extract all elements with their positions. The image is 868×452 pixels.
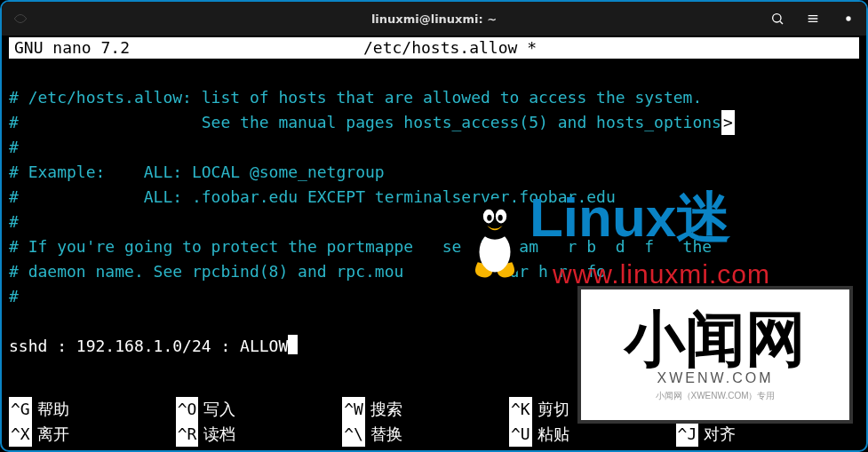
titlebar: linuxmi@linuxmi: ~ [2,2,866,36]
window-title: linuxmi@linuxmi: ~ [371,12,497,26]
nano-app-name: GNU nano 7.2 [9,37,130,59]
comment-line: # [9,287,19,305]
shortcut-replace[interactable]: ^\替换 [342,422,509,447]
search-icon[interactable] [770,12,784,26]
overflow-indicator: > [721,110,735,135]
minimize-icon[interactable] [841,12,856,26]
file-content[interactable]: # /etc/hosts.allow: list of hosts that a… [2,60,866,384]
nano-file-name: /etc/hosts.allow * [130,37,859,59]
shortcut-row: ^G帮助 ^O写入 ^W搜索 ^K剪切 ^T执行命令 [9,397,859,422]
shortcut-row: ^X离开 ^R读档 ^\替换 ^U粘贴 ^J对齐 [9,422,859,447]
comment-line: # /etc/hosts.allow: list of hosts that a… [9,88,702,107]
shortcut-read[interactable]: ^R读档 [176,422,343,447]
shortcut-execute[interactable]: ^T执行命令 [676,397,859,422]
shortcut-writeout[interactable]: ^O写入 [176,397,343,422]
config-rule: sshd : 192.168.1.0/24 : ALLOW [9,337,288,355]
comment-line: # Example: ALL: LOCAL @some_netgroup [9,163,385,181]
shortcut-search[interactable]: ^W搜索 [342,397,509,422]
svg-point-5 [846,16,850,20]
cursor [288,335,298,354]
nano-shortcuts: ^G帮助 ^O写入 ^W搜索 ^K剪切 ^T执行命令 ^X离开 ^R读档 ^\替… [9,397,859,447]
comment-line: # daemon name. See rpcbind(8) and rpc.mo… [9,262,606,281]
shortcut-justify[interactable]: ^J对齐 [676,422,859,447]
shortcut-exit[interactable]: ^X离开 [9,422,176,447]
comment-line: # [9,138,19,156]
comment-line: # ALL: .foobar.edu EXCEPT terminalserver… [9,187,616,206]
terminal-window: linuxmi@linuxmi: ~ GNU nano 7.2 /etc/hos… [0,0,868,452]
comment-line: # See the manual pages hosts_access(5) a… [9,113,721,131]
app-icon [12,11,28,27]
shortcut-help[interactable]: ^G帮助 [9,397,176,422]
titlebar-controls [770,12,856,26]
comment-line: # [9,212,19,231]
nano-header: GNU nano 7.2 /etc/hosts.allow * [9,37,859,59]
shortcut-cut[interactable]: ^K剪切 [509,397,676,422]
svg-point-0 [773,14,781,22]
svg-line-1 [780,21,783,24]
shortcut-paste[interactable]: ^U粘贴 [509,422,676,447]
editor-area[interactable]: GNU nano 7.2 /etc/hosts.allow * # /etc/h… [2,37,866,384]
menu-icon[interactable] [806,12,820,26]
comment-line: # If you're going to protect the portmap… [9,237,712,256]
